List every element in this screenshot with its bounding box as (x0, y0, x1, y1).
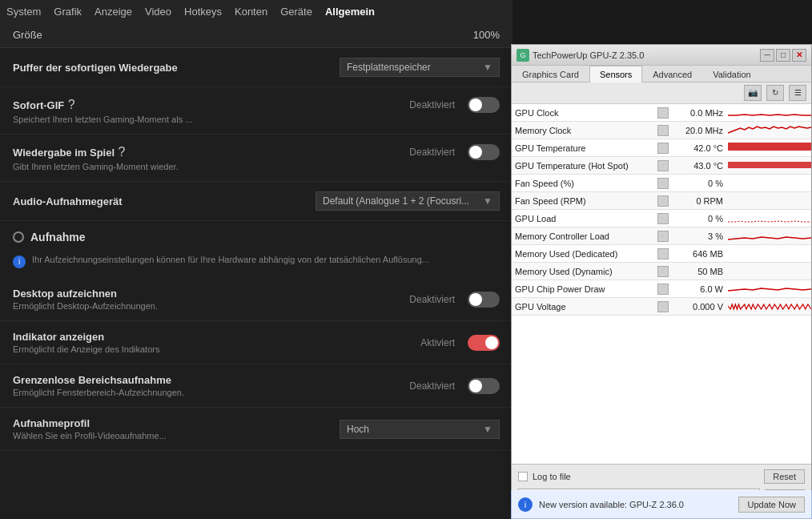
nav-video[interactable]: Video (145, 6, 171, 18)
sensor-name-cell-mem-ctrl-load: Memory Controller Load ▼ (512, 231, 672, 242)
update-info-icon: i (518, 497, 533, 512)
indikator-toggle[interactable] (468, 335, 500, 351)
puffer-dropdown[interactable]: Festplattenspeicher ▼ (340, 58, 500, 77)
nav-geraete[interactable]: Geräte (280, 6, 312, 18)
gpuz-restore-btn[interactable]: □ (776, 49, 790, 62)
tab-sensors[interactable]: Sensors (589, 66, 642, 82)
sensor-label-gpu-clock: GPU Clock (515, 108, 657, 118)
grenzenlos-toggle[interactable] (468, 378, 500, 394)
aufnahmeprofil-dropdown[interactable]: Hoch ▼ (340, 420, 500, 439)
gpuz-refresh-btn[interactable]: ↻ (766, 85, 784, 101)
sensor-graph-memory-clock (728, 122, 811, 139)
update-now-button[interactable]: Update Now (738, 497, 805, 513)
gpuz-tabs: Graphics Card Sensors Advanced Validatio… (512, 66, 811, 82)
sensor-graph-mem-used-dyn (728, 263, 811, 280)
aufnahmeprofil-dropdown-value: Hoch (347, 424, 369, 435)
indikator-toggle-knob (485, 336, 498, 349)
wiedergabe-toggle[interactable] (468, 144, 500, 160)
indikator-control: Aktiviert (420, 335, 500, 351)
gpuz-camera-btn[interactable]: 📷 (744, 85, 762, 101)
setting-audio: Audio-Aufnahmegerät Default (Analogue 1 … (0, 182, 513, 221)
wiedergabe-title: Wiedergabe im Spiel (13, 147, 115, 159)
sensor-graph-gpu-temp-hotspot (728, 157, 811, 175)
gpuz-log-label: Log to file (533, 472, 571, 481)
sensor-dropdown-mem-used-ded[interactable]: ▼ (657, 248, 669, 260)
sofort-gif-title: Sofort-GIF (13, 99, 64, 111)
sensor-label-gpu-voltage: GPU Voltage (515, 302, 657, 312)
sensor-label-memory-clock: Memory Clock (515, 126, 657, 135)
audio-dropdown[interactable]: Default (Analogue 1 + 2 (Focusri... ▼ (316, 191, 500, 211)
update-text: New version available: GPU-Z 2.36.0 (539, 500, 732, 509)
indikator-value: Aktiviert (420, 337, 455, 348)
audio-dropdown-value: Default (Analogue 1 + 2 (Focusri... (323, 195, 469, 207)
setting-grenzenlos: Grenzenlose Bereichsaufnahme Ermöglicht … (0, 364, 513, 408)
sensor-dropdown-memory-clock[interactable]: ▼ (657, 125, 669, 136)
wiedergabe-control: Deaktiviert (409, 144, 500, 160)
nav-anzeige[interactable]: Anzeige (94, 6, 132, 18)
sofort-gif-info-icon[interactable]: ? (68, 98, 75, 111)
sensor-dropdown-gpu-power[interactable]: ▼ (657, 284, 669, 295)
setting-sofort-gif: Sofort-GIF ? Deaktiviert Speichert Ihren… (0, 87, 513, 135)
sensor-row-mem-used-ded: Memory Used (Dedicated) ▼ 646 MB (512, 245, 811, 263)
nav-hotkeys[interactable]: Hotkeys (184, 6, 222, 18)
gpuz-menu-btn[interactable]: ☰ (789, 85, 806, 101)
sensor-dropdown-gpu-clock[interactable]: ▼ (657, 107, 669, 119)
aufnahme-section-header: Aufnahme (0, 221, 513, 250)
desktop-toggle[interactable] (468, 292, 500, 308)
wiedergabe-toggle-knob (469, 146, 482, 159)
sensor-label-mem-ctrl-load: Memory Controller Load (515, 231, 657, 241)
gpuz-reset-button[interactable]: Reset (764, 469, 805, 484)
setting-puffer: Puffer der sofortigen Wiedergabe Festpla… (0, 48, 513, 87)
sensor-dropdown-mem-ctrl-load[interactable]: ▼ (657, 231, 669, 242)
gpuz-sensors-table: GPU Clock ▼ 0.0 MHz Memory Clock ▼ 20.0 … (512, 104, 811, 464)
grenzenlos-value: Deaktiviert (409, 380, 455, 392)
grenzenlos-subtitle: Ermöglicht Fensterbereich-Aufzeichnungen… (13, 388, 184, 397)
nav-grafik[interactable]: Grafik (54, 6, 82, 18)
sofort-gif-value: Deaktiviert (409, 99, 455, 111)
aufnahmeprofil-subtitle: Wählen Sie ein Profil-Videoaufnahme... (13, 431, 167, 441)
nav-system[interactable]: System (6, 6, 41, 18)
sensor-name-cell-gpu-load: GPU Load ▼ (512, 213, 672, 224)
sensor-row-gpu-load: GPU Load ▼ 0 % (512, 210, 811, 227)
sensor-dropdown-gpu-temp-hotspot[interactable]: ▼ (657, 160, 669, 171)
sensor-dropdown-gpu-load[interactable]: ▼ (657, 213, 669, 224)
indikator-subtitle: Ermöglicht die Anzeige des Indikators (13, 344, 159, 354)
sensor-dropdown-fan-rpm[interactable]: ▼ (657, 195, 669, 207)
nav-konten[interactable]: Konten (235, 6, 267, 18)
puffer-title: Puffer der sofortigen Wiedergabe (13, 62, 178, 74)
gpuz-app-icon: G (517, 49, 529, 62)
desktop-control: Deaktiviert (409, 292, 500, 308)
sensor-dropdown-gpu-voltage[interactable]: ▼ (657, 301, 669, 312)
sensor-name-cell-mem-used-ded: Memory Used (Dedicated) ▼ (512, 248, 672, 260)
sensor-graph-mem-ctrl-load (728, 227, 811, 245)
sensor-value-fan-pct: 0 % (672, 179, 728, 188)
setting-desktop: Desktop aufzeichnen Ermöglicht Desktop-A… (0, 278, 513, 321)
tab-graphics-card[interactable]: Graphics Card (512, 66, 589, 82)
aufnahme-info-row: i Ihr Aufzeichnungseinstellungen können … (0, 250, 513, 278)
wiedergabe-info-icon[interactable]: ? (118, 145, 125, 159)
sensor-dropdown-fan-pct[interactable]: ▼ (657, 178, 669, 189)
audio-title: Audio-Aufnahmegerät (13, 195, 123, 207)
sensor-dropdown-gpu-temp[interactable]: ▼ (657, 143, 669, 154)
gpuz-minimize-btn[interactable]: ─ (760, 49, 774, 62)
sensor-name-cell-gpu-clock: GPU Clock ▼ (512, 107, 672, 119)
wiedergabe-subtitle: Gibt Ihren letzten Gaming-Moment wieder. (13, 162, 500, 171)
sensor-graph-mem-used-ded (728, 245, 811, 263)
sofort-gif-toggle[interactable] (468, 97, 500, 113)
gpuz-log-checkbox[interactable] (518, 472, 528, 481)
nav-allgemein[interactable]: Allgemein (325, 6, 375, 18)
gpuz-close-btn[interactable]: ✕ (792, 49, 806, 62)
sofort-gif-subtitle: Speichert Ihren letzten Gaming-Moment al… (13, 115, 500, 124)
setting-indikator: Indikator anzeigen Ermöglicht die Anzeig… (0, 321, 513, 364)
setting-wiedergabe: Wiedergabe im Spiel ? Deaktiviert Gibt I… (0, 135, 513, 182)
tab-advanced[interactable]: Advanced (642, 66, 702, 82)
puffer-dropdown-arrow: ▼ (483, 62, 492, 73)
sensor-value-gpu-power: 6.0 W (672, 284, 728, 294)
sensor-graph-gpu-voltage (728, 298, 811, 316)
desktop-title: Desktop aufzeichnen (13, 288, 158, 300)
sensor-dropdown-mem-used-dyn[interactable]: ▼ (657, 266, 669, 277)
sensor-row-gpu-power: GPU Chip Power Draw ▼ 6.0 W (512, 280, 811, 298)
indikator-title: Indikator anzeigen (13, 331, 159, 343)
tab-validation[interactable]: Validation (702, 66, 762, 82)
sensor-value-gpu-temp-hotspot: 43.0 °C (672, 161, 728, 171)
